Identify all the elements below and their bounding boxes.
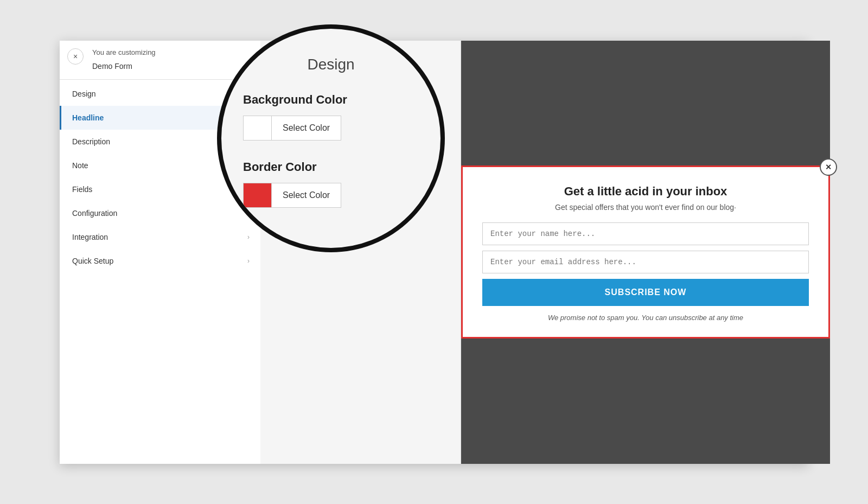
design-panel: Design Background Color Select Color Bor… (260, 41, 461, 464)
chevron-right-icon: › (247, 233, 250, 241)
popup-note: We promise not to spam you. You can unsu… (482, 314, 809, 322)
close-icon: × (73, 52, 78, 61)
sidebar-item-integration[interactable]: Integration› (60, 225, 260, 249)
right-content: Design Background Color Select Color Bor… (260, 41, 830, 464)
sidebar-item-quick-setup[interactable]: Quick Setup› (60, 249, 260, 273)
magnify-title: Design (243, 56, 419, 73)
magnify-bg-swatch (243, 116, 271, 141)
customizing-label: You are customizing (60, 41, 260, 62)
form-popup: ✕ Get a little acid in your inbox Get sp… (461, 165, 830, 339)
magnify-border-swatch (243, 183, 271, 208)
popup-title: Get a little acid in your inbox (482, 184, 809, 199)
magnify-overlay: Design Background Color Select Color Bor… (217, 24, 445, 252)
magnify-bg-btn[interactable]: Select Color (271, 116, 341, 141)
magnify-border-label: Border Color (243, 160, 317, 174)
name-input[interactable] (482, 222, 809, 245)
sidebar-item-label-note: Note (72, 161, 88, 170)
magnify-border-btn[interactable]: Select Color (271, 183, 341, 208)
sidebar-item-label-fields: Fields (72, 185, 92, 194)
sidebar-item-label-integration: Integration (72, 233, 108, 241)
magnify-background-row: Select Color (243, 116, 341, 141)
magnify-background-label: Background Color (243, 93, 347, 107)
sidebar-item-label-configuration: Configuration (72, 209, 117, 218)
email-input[interactable] (482, 251, 809, 273)
divider (60, 79, 260, 80)
magnify-border-row: Select Color (243, 183, 341, 208)
popup-close-icon: ✕ (825, 163, 832, 171)
preview-area: ✕ Get a little acid in your inbox Get sp… (461, 41, 830, 464)
sidebar-item-label-design: Design (72, 90, 96, 98)
sidebar-close-button[interactable]: × (67, 48, 84, 65)
popup-close-button[interactable]: ✕ (820, 158, 837, 176)
sidebar-item-label-description: Description (72, 137, 110, 146)
chevron-right-icon: › (247, 257, 250, 265)
sidebar-item-label-quick-setup: Quick Setup (72, 257, 113, 265)
form-name: Demo Form (60, 62, 260, 79)
subscribe-button[interactable]: SUBSCRIBE NOW (482, 279, 809, 306)
sidebar-item-configuration[interactable]: Configuration› (60, 201, 260, 225)
sidebar-item-label-headline: Headline (72, 113, 104, 122)
popup-subtitle: Get special offers that you won't ever f… (482, 203, 809, 212)
